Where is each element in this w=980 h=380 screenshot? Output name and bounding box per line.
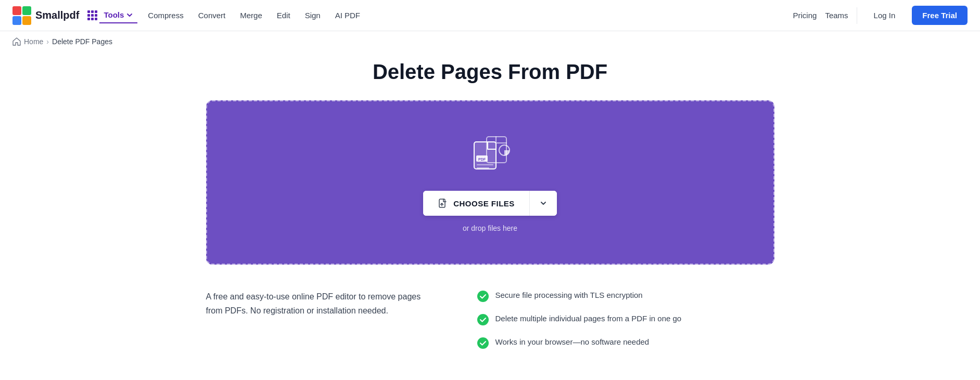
feature-item-2: Delete multiple individual pages from a … — [477, 313, 774, 326]
header: Smallpdf Tools Compress Convert Merge Ed… — [0, 0, 980, 31]
breadcrumb-current: Delete PDF Pages — [52, 37, 112, 46]
features-description: A free and easy-to-use online PDF editor… — [206, 290, 435, 318]
feature-item-3: Works in your browser—no software needed — [477, 336, 774, 349]
breadcrumb: Home › Delete PDF Pages — [0, 31, 980, 52]
header-right: Pricing Teams Log In Free Trial — [793, 6, 968, 25]
logo-icon — [12, 6, 31, 25]
teams-link[interactable]: Teams — [825, 11, 848, 20]
nav-links: Compress Convert Merge Edit Sign AI PDF — [142, 8, 366, 23]
feature-text-1: Secure file processing with TLS encrypti… — [495, 290, 643, 302]
breadcrumb-home[interactable]: Home — [24, 37, 43, 46]
svg-rect-0 — [12, 6, 21, 15]
choose-files-button[interactable]: CHOOSE FILES — [423, 191, 529, 216]
home-icon — [12, 37, 21, 46]
nav-convert[interactable]: Convert — [192, 8, 232, 23]
svg-point-13 — [477, 314, 489, 325]
svg-point-14 — [477, 337, 489, 349]
nav-compress[interactable]: Compress — [142, 8, 189, 23]
header-divider — [857, 7, 857, 24]
chevron-down-icon — [539, 199, 548, 207]
feature-text-3: Works in your browser—no software needed — [495, 336, 650, 348]
features-list: Secure file processing with TLS encrypti… — [477, 290, 774, 360]
svg-point-12 — [477, 291, 489, 302]
svg-rect-3 — [22, 16, 31, 25]
choose-files-wrapper: CHOOSE FILES — [423, 191, 557, 216]
svg-rect-2 — [12, 16, 21, 25]
svg-text:PDF: PDF — [478, 158, 486, 161]
drop-hint: or drop files here — [463, 224, 517, 232]
main-content: Delete Pages From PDF PDF — [194, 60, 787, 380]
nav-sign[interactable]: Sign — [299, 8, 327, 23]
pdf-icon-area: PDF — [467, 133, 514, 176]
check-circle-icon-2 — [477, 313, 489, 326]
check-circle-icon-3 — [477, 337, 489, 349]
choose-files-label: CHOOSE FILES — [453, 199, 515, 208]
feature-text-2: Delete multiple individual pages from a … — [495, 313, 682, 325]
free-trial-button[interactable]: Free Trial — [912, 6, 968, 25]
page-title: Delete Pages From PDF — [206, 60, 774, 84]
dropdown-button[interactable] — [529, 191, 557, 216]
logo-text: Smallpdf — [35, 9, 79, 21]
nav-merge[interactable]: Merge — [234, 8, 269, 23]
login-button[interactable]: Log In — [866, 7, 904, 24]
check-circle-icon-1 — [477, 290, 489, 303]
breadcrumb-separator: › — [46, 37, 49, 46]
svg-rect-1 — [22, 6, 31, 15]
features-section: A free and easy-to-use online PDF editor… — [206, 290, 774, 360]
waffle-icon[interactable] — [87, 10, 97, 20]
logo[interactable]: Smallpdf — [12, 6, 79, 25]
pdf-files-icon: PDF — [467, 133, 514, 174]
file-upload-icon — [438, 198, 448, 208]
tools-button[interactable]: Tools — [99, 7, 137, 23]
nav-edit[interactable]: Edit — [271, 8, 297, 23]
chevron-down-icon — [126, 11, 133, 19]
feature-item-1: Secure file processing with TLS encrypti… — [477, 290, 774, 303]
description-text: A free and easy-to-use online PDF editor… — [206, 290, 435, 318]
pricing-link[interactable]: Pricing — [793, 11, 817, 20]
nav-aipdf[interactable]: AI PDF — [329, 8, 366, 23]
drop-zone[interactable]: PDF CHOOSE FILES — [206, 100, 774, 265]
